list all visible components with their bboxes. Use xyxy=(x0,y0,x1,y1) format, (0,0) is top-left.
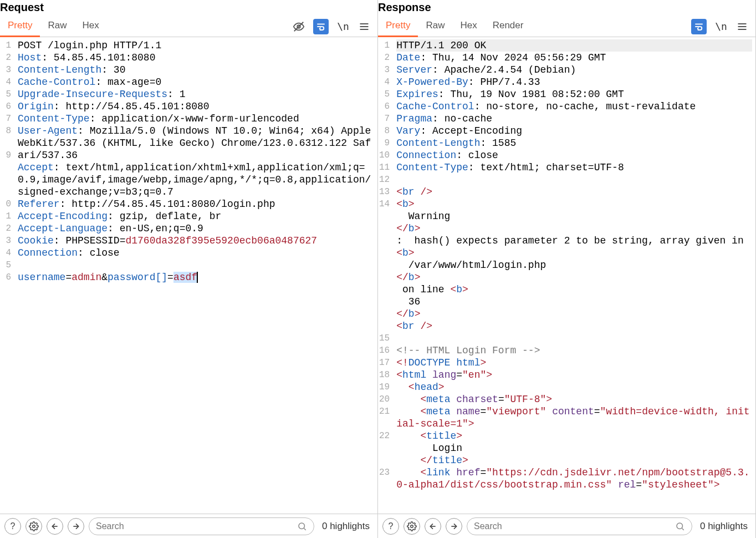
svg-point-10 xyxy=(299,523,305,529)
tab-hex[interactable]: Hex xyxy=(74,16,106,37)
response-code[interactable]: HTTP/1.1 200 OKDate: Thu, 14 Nov 2024 05… xyxy=(393,37,755,514)
request-search-input[interactable] xyxy=(96,521,297,531)
wrap-icon[interactable] xyxy=(313,19,329,34)
response-highlights: 0 highlights xyxy=(697,521,751,532)
settings-icon[interactable] xyxy=(25,518,42,535)
request-tabs: Pretty Raw Hex \n xyxy=(0,16,377,37)
request-title: Request xyxy=(0,0,377,16)
svg-point-20 xyxy=(677,523,683,529)
tab-pretty[interactable]: Pretty xyxy=(0,16,40,37)
response-line-numbers: 1234567891011121314 15161718192021 22 23 xyxy=(378,37,393,514)
next-icon[interactable] xyxy=(446,518,462,535)
hamburger-icon[interactable] xyxy=(357,20,371,33)
response-title: Response xyxy=(378,0,755,16)
response-toolbar: \n xyxy=(691,19,755,34)
hamburger-icon[interactable] xyxy=(735,20,749,33)
tab-pretty-resp[interactable]: Pretty xyxy=(378,16,418,37)
svg-point-17 xyxy=(411,525,413,527)
request-search[interactable] xyxy=(89,517,314,535)
settings-icon[interactable] xyxy=(403,518,420,535)
svg-line-21 xyxy=(682,528,683,530)
hide-icon[interactable] xyxy=(292,20,305,33)
prev-icon[interactable] xyxy=(425,518,441,535)
tab-hex-resp[interactable]: Hex xyxy=(452,16,484,37)
request-code[interactable]: POST /login.php HTTP/1.1Host: 54.85.45.1… xyxy=(14,37,377,514)
newline-icon[interactable]: \n xyxy=(714,20,728,33)
request-line-numbers: 1234567890123456 xyxy=(0,37,14,514)
response-editor[interactable]: 1234567891011121314 15161718192021 22 23… xyxy=(378,37,755,514)
response-search-input[interactable] xyxy=(474,521,675,531)
request-panel: Request Pretty Raw Hex \n 12345678901234… xyxy=(0,0,378,538)
response-tabs: Pretty Raw Hex Render \n xyxy=(378,16,755,37)
search-icon[interactable] xyxy=(675,521,685,531)
svg-line-11 xyxy=(304,528,305,530)
help-icon[interactable]: ? xyxy=(4,518,21,535)
request-toolbar: \n xyxy=(292,19,377,34)
request-editor[interactable]: 1234567890123456 POST /login.php HTTP/1.… xyxy=(0,37,377,514)
next-icon[interactable] xyxy=(68,518,84,535)
response-panel: Response Pretty Raw Hex Render \n 123456… xyxy=(378,0,756,538)
tab-render-resp[interactable]: Render xyxy=(485,16,532,37)
search-icon[interactable] xyxy=(297,521,307,531)
help-icon[interactable]: ? xyxy=(382,518,399,535)
tab-raw[interactable]: Raw xyxy=(40,16,74,37)
prev-icon[interactable] xyxy=(47,518,63,535)
request-highlights: 0 highlights xyxy=(319,521,373,532)
tab-raw-resp[interactable]: Raw xyxy=(418,16,452,37)
svg-point-7 xyxy=(33,525,35,527)
newline-icon[interactable]: \n xyxy=(336,20,350,33)
request-footer: ? 0 highlights xyxy=(0,514,377,538)
response-search[interactable] xyxy=(467,517,692,535)
response-footer: ? 0 highlights xyxy=(378,514,755,538)
wrap-icon[interactable] xyxy=(691,19,707,34)
